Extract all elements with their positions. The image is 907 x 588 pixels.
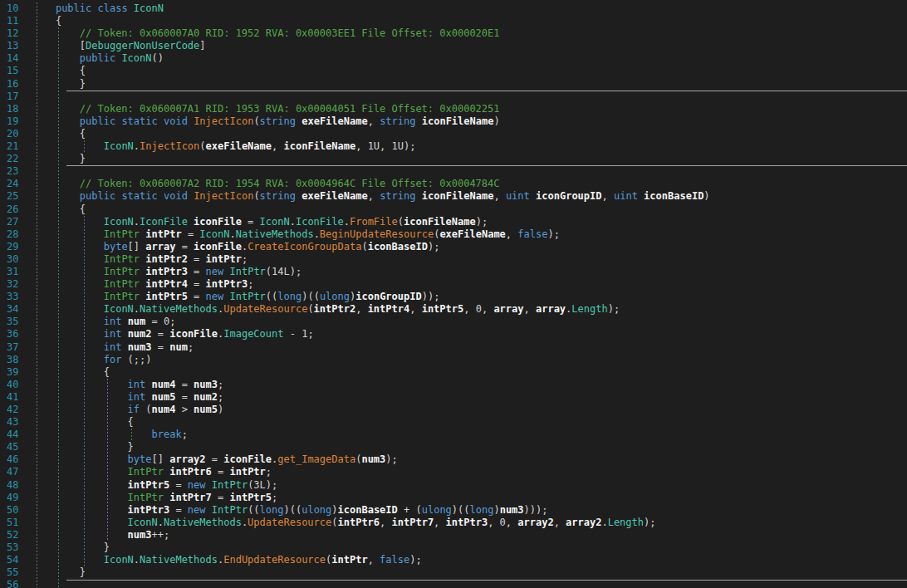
code-line[interactable]: 54 IconN.NativeMethods.EndUpdateResource… <box>0 554 907 566</box>
code-token <box>32 228 104 240</box>
code-token: DebuggerNonUserCode <box>86 40 199 51</box>
code-token: NativeMethods <box>236 228 314 240</box>
code-line[interactable]: 21 IconN.InjectIcon(exeFileName, iconFil… <box>0 140 907 153</box>
code-line[interactable]: 25 public static void InjectIcon(string … <box>0 190 907 203</box>
code-token: = <box>206 453 224 465</box>
code-token: = <box>242 216 260 228</box>
code-token: FromFile <box>350 216 398 228</box>
code-line[interactable]: 39 { <box>0 366 907 379</box>
code-token: { <box>32 203 86 215</box>
code-token: CreateIconGroupData <box>248 241 361 252</box>
code-token: intPtr5 <box>128 479 170 491</box>
code-token: InjectIcon <box>194 115 253 127</box>
code-line[interactable]: 33 IntPtr intPtr5 = new IntPtr((long)((u… <box>0 291 907 303</box>
code-line[interactable]: 22 } <box>0 153 907 165</box>
line-number: 54 <box>0 554 32 566</box>
code-line[interactable]: 35 int num = 0; <box>0 316 907 328</box>
code-line[interactable]: 11 { <box>0 15 907 27</box>
code-text: int num5 = num2; <box>32 391 907 404</box>
code-line[interactable]: 29 byte[] array = iconFile.CreateIconGro… <box>0 241 907 253</box>
code-line[interactable]: 55 } <box>0 566 907 579</box>
code-token: NativeMethods <box>164 517 242 528</box>
code-token: ulong <box>320 291 350 302</box>
code-token: intPtr3 <box>206 278 248 290</box>
code-line[interactable]: 50 intPtr3 = new IntPtr((long)((ulong)ic… <box>0 504 907 517</box>
code-editor[interactable]: 10 public class IconN11 {12 // Token: 0x… <box>0 0 907 588</box>
code-line[interactable]: 23 <box>0 165 907 178</box>
code-line[interactable]: 34 IconN.NativeMethods.UpdateResource(in… <box>0 303 907 316</box>
code-line[interactable]: 53 } <box>0 541 907 554</box>
code-line[interactable]: 17 <box>0 91 907 103</box>
code-line[interactable]: 42 if (num4 > num5) <box>0 404 907 416</box>
code-token: exeFileName <box>302 190 367 202</box>
line-number: 34 <box>0 303 32 316</box>
code-line[interactable]: 32 IntPtr intPtr4 = intPtr3; <box>0 278 907 291</box>
code-token: = <box>212 492 230 503</box>
code-token: int <box>104 328 122 340</box>
code-line[interactable]: 13 [DebuggerNonUserCode] <box>0 40 907 52</box>
code-line[interactable]: 15 { <box>0 65 907 77</box>
code-line[interactable]: 31 IntPtr intPtr3 = new IntPtr(14L); <box>0 266 907 278</box>
code-token: iconFileName <box>422 115 494 127</box>
code-token <box>32 328 104 340</box>
code-token: class <box>98 2 128 14</box>
code-text: int num4 = num3; <box>32 379 907 391</box>
code-token: . <box>314 228 320 240</box>
code-line[interactable]: 28 IntPtr intPtr = IconN.NativeMethods.B… <box>0 228 907 241</box>
code-line[interactable]: 18 // Token: 0x060007A1 RID: 1953 RVA: 0… <box>0 103 907 115</box>
code-line[interactable]: 51 IconN.NativeMethods.UpdateResource(in… <box>0 517 907 529</box>
code-line[interactable]: 40 int num4 = num3; <box>0 379 907 391</box>
code-line[interactable]: 12 // Token: 0x060007A0 RID: 1952 RVA: 0… <box>0 27 907 40</box>
code-line[interactable]: 52 num3++; <box>0 529 907 541</box>
code-line[interactable]: 43 { <box>0 416 907 429</box>
code-line[interactable]: 37 int num3 = num; <box>0 341 907 354</box>
code-text: num3++; <box>32 529 907 541</box>
code-line[interactable]: 24 // Token: 0x060007A2 RID: 1954 RVA: 0… <box>0 178 907 190</box>
code-token: = <box>188 253 206 265</box>
code-token: ( <box>331 517 337 528</box>
code-token: [] <box>128 241 146 252</box>
code-line[interactable]: 47 IntPtr intPtr6 = intPtr; <box>0 466 907 478</box>
code-text: // Token: 0x060007A0 RID: 1952 RVA: 0x00… <box>32 27 907 40</box>
code-text: } <box>32 541 907 554</box>
code-line[interactable]: 48 intPtr5 = new IntPtr(3L); <box>0 479 907 492</box>
code-line[interactable]: 45 } <box>0 441 907 453</box>
line-number: 51 <box>0 517 32 529</box>
code-line[interactable]: 27 IconN.IconFile iconFile = IconN.IconF… <box>0 216 907 228</box>
code-token <box>91 2 97 14</box>
code-token <box>32 253 104 265</box>
code-line[interactable]: 20 { <box>0 128 907 140</box>
code-line[interactable]: 30 IntPtr intPtr2 = intPtr; <box>0 253 907 266</box>
code-token: , <box>524 303 536 315</box>
line-number: 23 <box>0 165 32 178</box>
code-line[interactable]: 38 for (;;) <box>0 354 907 366</box>
code-token: , <box>368 115 380 127</box>
code-token: iconGroupID <box>536 190 601 202</box>
code-token: IntPtr <box>104 278 140 290</box>
code-line[interactable]: 46 byte[] array2 = iconFile.get_ImageDat… <box>0 453 907 466</box>
code-line[interactable]: 26 { <box>0 203 907 216</box>
code-token: . <box>134 140 140 152</box>
line-number: 36 <box>0 328 32 341</box>
code-line[interactable]: 10 public class IconN <box>0 2 907 15</box>
code-line[interactable]: 16 } <box>0 78 907 91</box>
code-token: )(( <box>452 504 470 516</box>
line-number: 21 <box>0 140 32 153</box>
code-token: ) <box>218 404 223 415</box>
code-token: iconFile <box>169 328 218 340</box>
code-token: , <box>506 228 517 240</box>
code-token: intPtr6 <box>338 517 380 528</box>
code-token: false <box>380 554 409 566</box>
code-line[interactable]: 36 int num2 = iconFile.ImageCount - 1; <box>0 328 907 341</box>
code-line[interactable]: 14 public IconN() <box>0 52 907 65</box>
code-token: iconBaseID <box>338 504 398 516</box>
code-line[interactable]: 56 <box>0 579 907 588</box>
code-line[interactable]: 49 IntPtr intPtr7 = intPtr5; <box>0 492 907 504</box>
code-line[interactable]: 41 int num5 = num2; <box>0 391 907 404</box>
code-line[interactable]: 44 break; <box>0 429 907 441</box>
code-text: { <box>32 366 907 379</box>
code-line[interactable]: 19 public static void InjectIcon(string … <box>0 115 907 128</box>
code-token: // Token: 0x060007A2 RID: 1954 RVA: 0x00… <box>80 178 500 189</box>
code-token: new <box>188 479 206 491</box>
line-number: 17 <box>0 91 32 103</box>
